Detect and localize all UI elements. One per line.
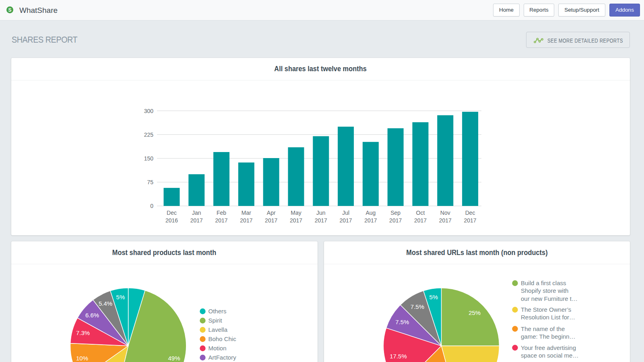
svg-text:7.5%: 7.5%: [395, 319, 409, 325]
svg-text:ArtFactory: ArtFactory: [208, 354, 237, 361]
svg-text:Jun: Jun: [316, 210, 326, 216]
svg-text:10%: 10%: [76, 355, 88, 362]
svg-text:Nov: Nov: [440, 210, 450, 216]
svg-text:2017: 2017: [389, 217, 402, 224]
svg-text:75: 75: [147, 179, 153, 185]
svg-text:game: The beginn…: game: The beginn…: [521, 333, 576, 340]
svg-text:Dec: Dec: [465, 210, 475, 216]
svg-text:space on social me…: space on social me…: [521, 352, 578, 359]
svg-text:225: 225: [144, 132, 154, 138]
svg-text:Dec: Dec: [167, 210, 177, 216]
svg-text:Lavella: Lavella: [208, 326, 228, 333]
svg-text:Motion: Motion: [208, 345, 227, 352]
svg-text:2017: 2017: [340, 217, 352, 224]
svg-text:300: 300: [144, 108, 154, 114]
svg-text:Jan: Jan: [192, 210, 201, 216]
svg-text:Others: Others: [208, 308, 227, 315]
svg-text:2017: 2017: [215, 217, 228, 224]
svg-text:2017: 2017: [315, 217, 327, 224]
svg-text:The Store Owner’s: The Store Owner’s: [521, 306, 571, 313]
svg-text:Apr: Apr: [267, 210, 276, 216]
svg-text:Boho Chic: Boho Chic: [208, 335, 237, 342]
svg-text:5.4%: 5.4%: [99, 300, 112, 307]
svg-text:7.3%: 7.3%: [76, 329, 90, 336]
svg-text:Sep: Sep: [390, 210, 400, 216]
svg-text:May: May: [291, 210, 301, 216]
svg-text:The name of the: The name of the: [521, 325, 565, 332]
svg-text:2017: 2017: [190, 217, 203, 224]
svg-text:Aug: Aug: [365, 210, 376, 216]
svg-text:2017: 2017: [265, 217, 277, 224]
svg-text:2017: 2017: [414, 217, 427, 224]
svg-text:2017: 2017: [290, 217, 302, 224]
svg-text:S: S: [8, 7, 11, 13]
svg-text:0: 0: [150, 203, 153, 209]
svg-text:17.5%: 17.5%: [390, 353, 407, 360]
svg-text:Oct: Oct: [416, 210, 425, 216]
svg-text:5%: 5%: [116, 294, 125, 300]
svg-text:150: 150: [144, 155, 154, 162]
svg-text:6.6%: 6.6%: [85, 312, 99, 319]
svg-text:Your free advertising: Your free advertising: [521, 344, 576, 351]
svg-text:25%: 25%: [469, 309, 481, 316]
svg-text:our new Furniture t…: our new Furniture t…: [521, 295, 578, 302]
svg-text:2017: 2017: [364, 217, 377, 224]
svg-text:Build a first class: Build a first class: [521, 280, 566, 286]
svg-text:49%: 49%: [168, 355, 180, 362]
svg-text:2017: 2017: [240, 217, 252, 224]
svg-text:2017: 2017: [464, 217, 477, 224]
svg-text:Jul: Jul: [342, 210, 349, 216]
svg-text:Feb: Feb: [217, 210, 226, 216]
svg-text:2016: 2016: [165, 217, 178, 224]
svg-text:2017: 2017: [439, 217, 452, 224]
svg-text:Resolution List for…: Resolution List for…: [521, 314, 575, 321]
svg-text:Shopify store with: Shopify store with: [521, 287, 568, 294]
svg-text:Mar: Mar: [242, 210, 251, 216]
svg-text:5%: 5%: [429, 294, 438, 300]
svg-text:7.5%: 7.5%: [411, 303, 424, 310]
svg-text:Spirit: Spirit: [208, 317, 223, 324]
